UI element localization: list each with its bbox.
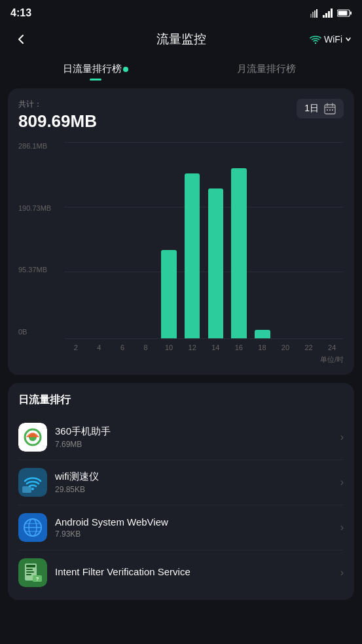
bar (185, 173, 200, 338)
chart-area: 286.1MB 190.73MB 95.37MB 0B 246810121416… (18, 142, 344, 365)
wifi-label: WiFi (324, 34, 342, 45)
x-label: 4 (88, 344, 111, 351)
bar (161, 250, 177, 338)
bar-col (321, 142, 344, 338)
bar-col (64, 142, 86, 338)
app-icon (18, 513, 47, 542)
list-item[interactable]: Android System WebView7.93KB› (18, 505, 344, 550)
bar-col (299, 142, 321, 338)
svg-rect-4 (323, 15, 325, 18)
bar-col (158, 142, 180, 338)
chevron-right-icon: › (340, 476, 344, 488)
x-label: 12 (181, 344, 204, 351)
y-label-3: 95.37MB (18, 266, 64, 274)
chevron-right-icon: › (340, 522, 344, 533)
bars-area (64, 142, 344, 338)
svg-rect-32 (26, 571, 34, 573)
header: 流量监控 WiFi (0, 24, 362, 58)
x-label: 8 (134, 344, 158, 351)
chart-date-label: 1日 (304, 103, 319, 115)
app-info: 360手机助手7.69MB (55, 425, 340, 449)
tabs: 日流量排行榜 月流量排行榜 (0, 58, 362, 80)
grid-line-bottom (64, 338, 344, 339)
dropdown-icon (345, 36, 352, 43)
tab-daily[interactable]: 日流量排行榜 (10, 58, 181, 80)
x-label: 20 (274, 344, 297, 351)
app-info: wifi测速仪29.85KB (55, 471, 340, 494)
y-axis: 286.1MB 190.73MB 95.37MB 0B (18, 142, 64, 338)
bar (255, 330, 270, 338)
app-list: 360手机助手7.69MB›wifi测速仪29.85KB›Android Sys… (18, 415, 344, 595)
app-size: 7.93KB (55, 529, 340, 539)
app-info: Intent Filter Verification Service (55, 566, 340, 579)
app-name: Intent Filter Verification Service (55, 566, 340, 577)
status-icons (310, 9, 352, 18)
svg-rect-2 (314, 10, 316, 18)
unit-label: 单位/时 (320, 355, 344, 365)
x-label: 2 (64, 344, 88, 351)
bar-col (134, 142, 156, 338)
x-label: 18 (251, 344, 274, 351)
calendar-icon (324, 103, 336, 115)
app-size: 29.85KB (55, 485, 340, 494)
svg-rect-6 (328, 11, 330, 18)
x-label: 22 (297, 344, 321, 351)
x-axis: 24681012141618202224 (64, 344, 344, 351)
list-item[interactable]: wifi测速仪29.85KB› (18, 460, 344, 505)
chevron-right-icon: › (340, 431, 344, 443)
back-button[interactable] (10, 29, 31, 50)
chart-date-button[interactable]: 1日 (297, 99, 344, 118)
svg-rect-1 (312, 12, 314, 18)
list-section: 日流量排行 360手机助手7.69MB›wifi测速仪29.85KB›Andro… (8, 383, 354, 600)
bar (208, 188, 224, 338)
signal-icon (323, 9, 333, 18)
bar-col (228, 142, 250, 338)
app-name: wifi测速仪 (55, 471, 340, 483)
active-dot (123, 67, 128, 72)
chart-header: 共计： 809.69MB 1日 (18, 99, 344, 132)
svg-rect-33 (26, 574, 31, 575)
svg-point-20 (31, 488, 34, 490)
y-label-1: 286.1MB (18, 142, 64, 150)
chart-total-value: 809.69MB (18, 111, 97, 132)
chevron-right-icon: › (340, 567, 344, 579)
svg-rect-15 (332, 109, 333, 111)
x-label: 6 (111, 344, 134, 351)
y-label-4: 0B (18, 328, 64, 336)
svg-rect-0 (310, 14, 312, 18)
page-title: 流量监控 (156, 31, 206, 48)
status-bar: 4:13 (0, 0, 362, 24)
x-label: 14 (204, 344, 227, 351)
svg-rect-9 (338, 11, 348, 16)
bar-col (205, 142, 227, 338)
x-label: 10 (157, 344, 181, 351)
wifi-icon (310, 35, 321, 44)
list-item[interactable]: 360手机助手7.69MB› (18, 415, 344, 460)
svg-rect-31 (26, 569, 33, 570)
bar-col (88, 142, 110, 338)
app-icon (18, 468, 47, 497)
list-item[interactable]: ?Intent Filter Verification Service› (18, 550, 344, 595)
chart-total: 共计： 809.69MB (18, 99, 97, 132)
x-label: 16 (227, 344, 251, 351)
bar-col (275, 142, 297, 338)
bar-col (111, 142, 134, 338)
app-name: Android System WebView (55, 516, 340, 528)
svg-rect-10 (350, 12, 352, 15)
svg-point-11 (315, 43, 316, 44)
chart-card: 共计： 809.69MB 1日 286.1MB 190.73 (8, 88, 354, 375)
tab-monthly[interactable]: 月流量排行榜 (181, 58, 352, 80)
bar-col (181, 142, 204, 338)
app-name: 360手机助手 (55, 425, 340, 438)
svg-rect-21 (22, 486, 31, 493)
svg-rect-14 (329, 109, 331, 111)
y-label-2: 190.73MB (18, 204, 64, 212)
app-size: 7.69MB (55, 440, 340, 449)
sim-icon (310, 9, 319, 18)
wifi-selector[interactable]: WiFi (310, 34, 352, 45)
bar-col (251, 142, 274, 338)
bar (231, 168, 247, 338)
section-title: 日流量排行 (18, 393, 344, 407)
app-icon (18, 423, 47, 452)
app-info: Android System WebView7.93KB (55, 516, 340, 539)
